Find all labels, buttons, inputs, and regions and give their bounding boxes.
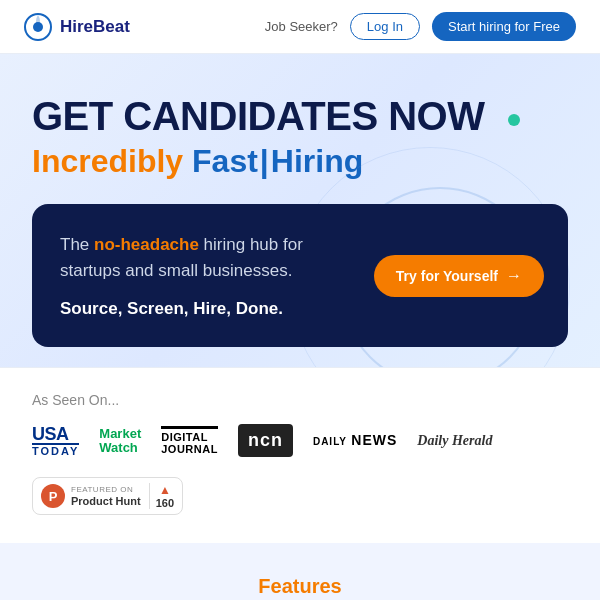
watch-text: Watch bbox=[99, 441, 141, 455]
ph-arrow-icon: ▲ bbox=[159, 483, 171, 497]
card-description: The no-headache hiring hub for startups … bbox=[60, 232, 320, 283]
subtitle-orange: Incredibly bbox=[32, 143, 192, 179]
daily-herald-logo: Daily Herald bbox=[417, 433, 492, 449]
daily-text: DAILY bbox=[313, 436, 347, 447]
ph-name-text: Product Hunt bbox=[71, 495, 141, 508]
ncn-logo: ncn bbox=[238, 424, 293, 457]
ph-score-text: 160 bbox=[156, 497, 174, 509]
ph-score-block: ▲ 160 bbox=[149, 483, 174, 509]
try-yourself-button[interactable]: Try for Yourself → bbox=[374, 255, 544, 297]
hero-subtitle: Incredibly Fast|Hiring bbox=[32, 142, 568, 180]
market-text: Market bbox=[99, 427, 141, 441]
product-hunt-icon: P bbox=[41, 484, 65, 508]
hero-section: GET CANDIDATES NOW Incredibly Fast|Hirin… bbox=[0, 54, 600, 367]
job-seeker-label: Job Seeker? bbox=[265, 19, 338, 34]
features-section: Features bbox=[0, 543, 600, 600]
card-desc-pre: The bbox=[60, 235, 94, 254]
try-button-label: Try for Yourself bbox=[396, 268, 498, 284]
subtitle-blue-1: Fast bbox=[192, 143, 258, 179]
ncn-text: ncn bbox=[248, 430, 283, 450]
logos-row: USA TODAY Market Watch DIGITAL JOURNAL n… bbox=[32, 424, 568, 515]
news-text: NEWS bbox=[351, 432, 397, 448]
dj-journal: JOURNAL bbox=[161, 443, 218, 455]
daily-news-logo: DAILY NEWS bbox=[313, 432, 397, 449]
as-seen-label: As Seen On... bbox=[32, 392, 568, 408]
hero-card-text: The no-headache hiring hub for startups … bbox=[60, 232, 320, 319]
daily-herald-text: Daily Herald bbox=[417, 433, 492, 448]
product-hunt-logo: P FEATURED ON Product Hunt ▲ 160 bbox=[32, 477, 183, 515]
try-button-arrow: → bbox=[506, 267, 522, 285]
today-text: TODAY bbox=[32, 443, 79, 457]
market-watch-logo: Market Watch bbox=[99, 427, 141, 456]
dj-bar bbox=[161, 426, 218, 429]
logo-area: HireBeat bbox=[24, 13, 130, 41]
subtitle-divider: | bbox=[260, 143, 269, 179]
start-hiring-button[interactable]: Start hiring for Free bbox=[432, 12, 576, 41]
hero-title: GET CANDIDATES NOW bbox=[32, 94, 568, 138]
dj-digital: DIGITAL bbox=[161, 431, 208, 443]
card-desc-highlight: no-headache bbox=[94, 235, 199, 254]
product-hunt-text-block: FEATURED ON Product Hunt bbox=[71, 485, 141, 508]
card-tagline: Source, Screen, Hire, Done. bbox=[60, 299, 320, 319]
usa-today-logo: USA TODAY bbox=[32, 425, 79, 457]
header: HireBeat Job Seeker? Log In Start hiring… bbox=[0, 0, 600, 54]
hirebeat-logo-icon bbox=[24, 13, 52, 41]
ph-featured-text: FEATURED ON bbox=[71, 485, 141, 495]
as-seen-section: As Seen On... USA TODAY Market Watch DIG… bbox=[0, 367, 600, 543]
hero-card: The no-headache hiring hub for startups … bbox=[32, 204, 568, 347]
usa-text: USA bbox=[32, 425, 79, 443]
digital-journal-logo: DIGITAL JOURNAL bbox=[161, 426, 218, 455]
hero-decoration-dot bbox=[508, 114, 520, 126]
subtitle-blue-2: Hiring bbox=[271, 143, 363, 179]
features-title: Features bbox=[32, 575, 568, 598]
header-right: Job Seeker? Log In Start hiring for Free bbox=[265, 12, 576, 41]
login-button[interactable]: Log In bbox=[350, 13, 420, 40]
logo-text: HireBeat bbox=[60, 17, 130, 37]
